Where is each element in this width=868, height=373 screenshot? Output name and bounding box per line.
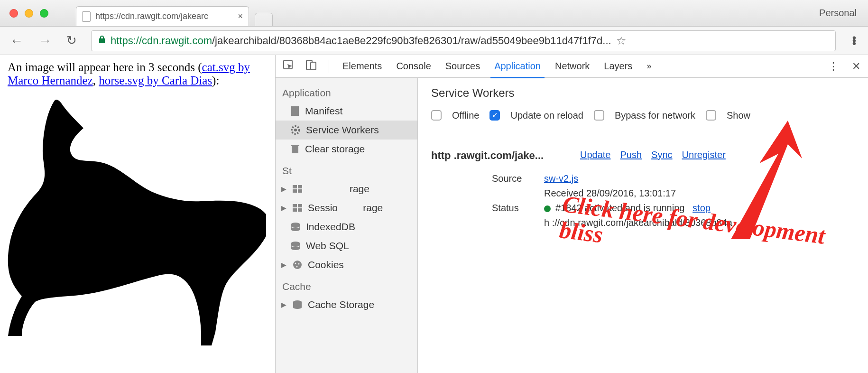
forward-button[interactable]: → — [38, 34, 52, 47]
devtools-close-icon[interactable]: ✕ — [852, 60, 860, 73]
sidebar-item-indexeddb[interactable]: IndexedDB — [276, 217, 417, 236]
page-content-area: An image will appear here in 3 seconds (… — [0, 55, 868, 373]
database-icon — [291, 222, 300, 232]
sw-source-label: Source — [492, 173, 535, 184]
offline-checkbox[interactable] — [431, 110, 442, 121]
update-on-reload-checkbox[interactable]: ✓ — [489, 110, 500, 121]
sidebar-item-session-storage[interactable]: ▶ Sessio rage — [276, 198, 417, 217]
profile-label[interactable]: Personal — [819, 8, 868, 19]
sw-options: Offline ✓ Update on reload Bypass for ne… — [431, 110, 868, 121]
link-horse-svg[interactable]: horse.svg by Carla Dias — [99, 74, 212, 87]
sw-push-link[interactable]: Push — [620, 149, 642, 160]
table-icon — [293, 204, 302, 212]
address-bar[interactable]: https://cdn.rawgit.com/jakearchibald/803… — [91, 30, 836, 51]
bypass-network-checkbox[interactable] — [594, 110, 604, 121]
sw-stop-link[interactable]: stop — [693, 203, 711, 213]
svg-rect-3 — [291, 106, 299, 116]
database-icon — [291, 241, 300, 251]
new-tab-button[interactable] — [255, 13, 273, 26]
lock-icon — [98, 35, 106, 46]
application-sidebar: Application Manifest Service Workers Cle… — [276, 78, 418, 373]
document-icon — [291, 106, 299, 116]
svg-rect-13 — [297, 204, 298, 212]
devtools-tab-elements[interactable]: Elements — [342, 56, 383, 76]
traffic-lights — [0, 9, 48, 18]
sidebar-item-websql[interactable]: Web SQL — [276, 236, 417, 255]
expand-arrow-icon[interactable]: ▶ — [281, 261, 287, 269]
devtools-tab-layers[interactable]: Layers — [603, 56, 633, 76]
sidebar-group-application: Application — [276, 81, 417, 102]
svg-point-23 — [291, 244, 300, 247]
sidebar-item-clear-storage[interactable]: Clear storage — [276, 140, 417, 159]
trash-icon — [291, 144, 299, 154]
reload-button[interactable]: ↻ — [66, 33, 77, 48]
expand-arrow-icon[interactable]: ▶ — [281, 301, 287, 308]
close-tab-icon[interactable]: × — [238, 11, 243, 21]
devtools-menu-icon[interactable]: ⋮ — [828, 60, 839, 73]
devtools-tab-application[interactable]: Application — [493, 56, 542, 76]
devtools-tab-console[interactable]: Console — [395, 56, 432, 76]
chrome-menu-button[interactable]: ••• — [850, 37, 859, 45]
sw-sync-link[interactable]: Sync — [651, 149, 672, 160]
back-button[interactable]: ← — [9, 34, 24, 47]
status-running-icon — [544, 205, 551, 212]
browser-tab[interactable]: https://cdn.rawgit.com/jakearc × — [76, 6, 249, 26]
svg-point-27 — [296, 266, 298, 268]
sidebar-group-storage: St — [276, 159, 417, 179]
gear-icon — [291, 125, 300, 135]
page-intro: An image will appear here in 3 seconds (… — [8, 61, 268, 87]
devtools-tab-sources[interactable]: Sources — [444, 56, 481, 76]
expand-arrow-icon[interactable]: ▶ — [281, 204, 287, 212]
sw-status-label: Status — [492, 203, 535, 214]
browser-window: https://cdn.rawgit.com/jakearc × Persona… — [0, 0, 868, 373]
svg-point-18 — [291, 225, 300, 228]
sw-clients: h ://cdn.rawgit.com/jakearchibald/80368b… — [544, 217, 868, 228]
devtools-panel: Elements Console Sources Application Net… — [275, 55, 868, 373]
svg-point-21 — [291, 247, 300, 250]
cookie-icon — [293, 260, 302, 270]
expand-arrow-icon[interactable]: ▶ — [281, 185, 287, 193]
svg-point-30 — [293, 306, 302, 309]
document-icon — [82, 11, 91, 22]
sidebar-item-local-storage[interactable]: ▶ Local Strage — [276, 179, 417, 198]
window-maximize-button[interactable] — [40, 9, 48, 18]
svg-rect-10 — [297, 185, 298, 193]
inspect-element-icon[interactable] — [283, 60, 294, 73]
svg-point-16 — [291, 228, 300, 231]
devtools-tab-network[interactable]: Network — [554, 56, 591, 76]
sidebar-item-manifest[interactable]: Manifest — [276, 102, 417, 121]
sidebar-item-service-workers[interactable]: Service Workers — [276, 121, 417, 140]
database-icon — [293, 300, 302, 309]
panel-title: Service Workers — [431, 86, 868, 100]
bypass-network-label: Bypass for network — [615, 110, 695, 121]
sw-actions: Update Push Sync Unregister — [580, 149, 726, 160]
devtools-tab-overflow[interactable]: » — [646, 56, 652, 76]
svg-point-25 — [295, 263, 296, 264]
window-close-button[interactable] — [9, 9, 18, 18]
sidebar-item-cookies[interactable]: ▶ Cookies — [276, 255, 417, 274]
svg-point-5 — [294, 129, 297, 131]
window-minimize-button[interactable] — [25, 9, 33, 18]
sw-registration-row: http .rawgit.com/jake... Update Push Syn… — [431, 149, 868, 162]
sw-clients-label — [492, 217, 535, 228]
url-path: /jakearchibald/80368b84ac1ae8e229fc90b3f… — [212, 35, 611, 47]
sw-update-link[interactable]: Update — [580, 149, 611, 160]
devtools-body: Application Manifest Service Workers Cle… — [276, 78, 868, 373]
table-icon — [293, 185, 302, 193]
intro-text: An image will appear here in 3 seconds ( — [8, 61, 202, 74]
devtools-toolbar: Elements Console Sources Application Net… — [276, 55, 868, 78]
sw-origin: http .rawgit.com/jake... — [431, 149, 569, 162]
sw-unregister-link[interactable]: Unregister — [682, 149, 726, 160]
bookmark-star-icon[interactable]: ☆ — [616, 34, 627, 47]
show-all-checkbox[interactable] — [706, 110, 716, 121]
svg-rect-7 — [291, 145, 299, 146]
device-toolbar-icon[interactable] — [306, 60, 316, 73]
window-title-bar: https://cdn.rawgit.com/jakearc × Persona… — [0, 0, 868, 27]
svg-point-24 — [293, 261, 302, 269]
sidebar-item-cache-storage[interactable]: ▶ Cache Storage — [276, 295, 417, 314]
tab-title: https://cdn.rawgit.com/jakearc — [95, 11, 233, 21]
svg-rect-2 — [311, 62, 316, 70]
service-workers-panel: Service Workers Offline ✓ Update on relo… — [418, 78, 868, 373]
sw-source-link[interactable]: sw-v2.js — [544, 173, 578, 184]
sw-details: Source sw-v2.js Received 28/09/2016, 13:… — [492, 173, 868, 228]
